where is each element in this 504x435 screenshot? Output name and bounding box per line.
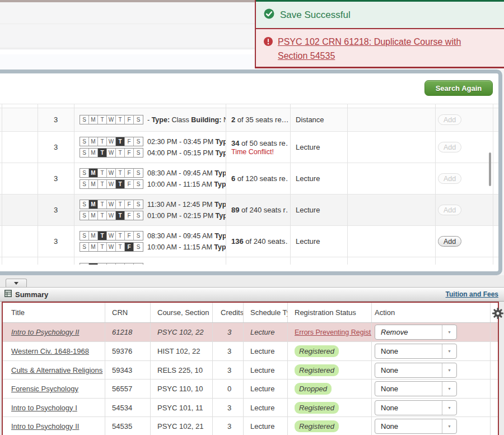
result-row: 3SMTWTFS08:30 AM - 09:45 AM Type: ClaSMT… [0, 226, 498, 257]
day-box: S [80, 200, 89, 209]
day-box: W [107, 137, 116, 146]
schedule-type-cell: Lecture [244, 323, 288, 341]
day-box: T [98, 200, 107, 209]
results-table: 3SMTWTFS- Type: Class Building: None2 of… [0, 104, 498, 265]
action-dropdown[interactable]: None▼ [375, 363, 457, 378]
vertical-scrollbar-thumb[interactable] [489, 152, 491, 186]
time-conflict-label: Time Conflict! [231, 148, 288, 156]
course-title-link[interactable]: Intro to Psychology II [11, 422, 79, 431]
course-title-link[interactable]: Cults & Alternative Religions [11, 366, 102, 374]
day-selector: SMTWTFS [80, 148, 143, 158]
day-box: W [107, 169, 116, 177]
save-success-notification: Save Successful [256, 0, 504, 28]
day-box: W [107, 115, 116, 124]
action-dropdown-value: None [375, 347, 442, 355]
seats-cell: 89 of 240 seats r… [231, 195, 288, 225]
chevron-down-icon[interactable]: ▼ [442, 401, 456, 415]
course-section-cell: RELS 225, 10 [151, 361, 213, 379]
credits-cell: 3 [213, 323, 244, 341]
course-title-link[interactable]: Forensic Psychology [11, 385, 78, 393]
column-divider [290, 104, 291, 265]
chevron-down-icon[interactable]: ▼ [442, 363, 456, 377]
day-box: S [80, 263, 89, 265]
crn-cell: 54534 [105, 399, 151, 417]
chevron-down-icon[interactable]: ▼ [442, 382, 456, 396]
search-again-button[interactable]: Search Again [424, 80, 493, 96]
seats-text: 34 of 50 seats re… [231, 139, 288, 147]
meeting-line: SMTWTFS02:30 PM - 03:45 PM Type: Cla [80, 137, 226, 147]
registration-status-cell: Registered [288, 342, 372, 360]
credits-cell: 3 [213, 399, 244, 417]
meeting-line: SMTWTFS11:30 AM - 12:45 PM Type: Cla [80, 200, 226, 210]
chevron-down-icon[interactable]: ▼ [442, 419, 456, 433]
day-box: S [80, 115, 89, 124]
clipped-row [0, 104, 498, 108]
action-dropdown[interactable]: None▼ [375, 381, 457, 396]
day-box: T [116, 115, 125, 124]
day-box: W [107, 263, 116, 265]
day-box: T [116, 232, 125, 240]
summary-title: Summary [15, 290, 48, 299]
column-divider [226, 104, 226, 265]
spacer-cell [491, 342, 498, 360]
action-dropdown[interactable]: None▼ [375, 419, 457, 434]
column-divider [347, 104, 348, 265]
day-selector: SMTWTFS [80, 242, 143, 252]
day-box: F [125, 211, 134, 220]
gear-icon[interactable] [492, 308, 503, 321]
day-box: M [89, 200, 98, 209]
summary-header-cell: CRN [105, 303, 151, 322]
add-button: Add [438, 205, 461, 215]
day-box: S [134, 169, 143, 177]
meeting-text: 02:30 PM - 03:45 PM Type: Cla [147, 138, 226, 146]
action-dropdown-value: None [375, 385, 442, 393]
day-selector: SMTWTFS [80, 115, 143, 124]
summary-header-cell: Registration Status [288, 303, 372, 322]
action-dropdown-value: None [375, 404, 442, 412]
day-box: W [107, 180, 116, 188]
day-box: T [116, 169, 125, 177]
meeting-line: SMTWTFS10:00 AM - 11:15 AM Type: Cla [80, 179, 226, 189]
action-dropdown[interactable]: Remove▼ [375, 325, 457, 340]
day-box: S [134, 115, 143, 124]
day-selector: SMTWTFS [80, 168, 143, 178]
action-dropdown[interactable]: None▼ [375, 400, 457, 415]
schedule-type-cell: Lecture [244, 417, 288, 435]
meeting-times-cell: SMTWTFS08:30 AM - 09:45 AM Type: ClaSMTW… [80, 163, 226, 194]
course-title-link[interactable]: Western Civ. 1648-1968 [11, 347, 89, 355]
day-box: T [98, 263, 107, 265]
summary-collapse-tab[interactable] [6, 279, 27, 288]
day-box: S [80, 169, 89, 177]
result-row: SMTWTFS [0, 257, 498, 265]
status-pill: Registered [295, 364, 339, 376]
chevron-down-icon[interactable]: ▼ [442, 344, 456, 358]
add-button[interactable]: Add [438, 236, 461, 247]
meeting-text: 10:00 AM - 11:15 AM Type: Cla [147, 181, 226, 188]
tuition-and-fees-link[interactable]: Tuition and Fees [446, 290, 498, 298]
course-title-link[interactable]: Intro to Psychology I [11, 404, 77, 412]
day-box: M [89, 180, 98, 188]
course-section-cell: PSYC 101, 11 [151, 399, 213, 417]
action-dropdown[interactable]: None▼ [375, 344, 457, 359]
day-box: S [134, 232, 143, 240]
action-cell: Remove▼ [372, 323, 491, 341]
seats-cell: 2 of 35 seats re… [231, 108, 288, 131]
summary-row: Cults & Alternative Religions59343RELS 2… [3, 361, 498, 380]
action-cell: None▼ [372, 361, 491, 379]
summary-row: Forensic Psychology56557PSYC 110, 100Lec… [3, 380, 498, 399]
action-dropdown-value: None [375, 422, 442, 431]
course-title-link[interactable]: Intro to Psychology II [11, 328, 79, 336]
error-detail-link[interactable]: PSYC 102 CRN 61218: Duplicate Course wit… [278, 35, 488, 61]
course-section-cell: PSYC 110, 10 [151, 380, 213, 398]
meeting-text: - Type: Class Building: None [147, 116, 226, 124]
day-box: M [89, 149, 98, 157]
status-error-link[interactable]: Errors Preventing Regist… [295, 328, 372, 336]
summary-row: Intro to Psychology II54535PSYC 102, 213… [3, 417, 498, 435]
result-row: 3SMTWTFS02:30 PM - 03:45 PM Type: ClaSMT… [0, 132, 498, 163]
schedule-type-cell: Lecture [296, 132, 346, 163]
action-cell: None▼ [372, 342, 491, 360]
day-box: F [125, 180, 134, 188]
summary-section: Summary Tuition and Fees TitleCRNCourse,… [0, 275, 504, 435]
summary-header-cell: Schedule Type [244, 303, 288, 322]
chevron-down-icon[interactable]: ▼ [442, 325, 456, 339]
